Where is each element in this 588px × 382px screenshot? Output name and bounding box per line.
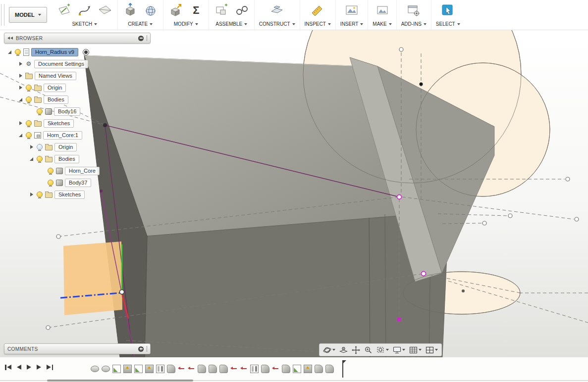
toolbar-grip[interactable] bbox=[1, 4, 4, 26]
add-comment-icon[interactable] bbox=[138, 346, 144, 352]
timeline-position-marker[interactable] bbox=[342, 360, 343, 378]
timeline-scroll-thumb[interactable] bbox=[47, 380, 193, 382]
look-at-tool[interactable] bbox=[339, 346, 348, 354]
bulb-icon[interactable] bbox=[37, 144, 43, 150]
disc-feature-icon[interactable] bbox=[102, 366, 110, 372]
extrude-feature-icon[interactable] bbox=[304, 365, 312, 373]
bulb-icon[interactable] bbox=[26, 96, 32, 102]
sketch-feature-icon[interactable] bbox=[293, 365, 301, 373]
select-menu[interactable]: SELECT bbox=[436, 20, 460, 30]
loft-feature-icon[interactable] bbox=[209, 365, 217, 373]
bulb-icon[interactable] bbox=[37, 191, 43, 197]
insert-menu[interactable]: INSERT bbox=[340, 20, 364, 30]
step-back-button[interactable] bbox=[17, 364, 21, 371]
tree-item-label[interactable]: Origin bbox=[44, 84, 66, 92]
select-button[interactable] bbox=[440, 2, 456, 18]
mirror-feature-icon[interactable] bbox=[250, 365, 259, 373]
loft-feature-icon[interactable] bbox=[198, 365, 206, 373]
tree-item-label[interactable]: Horn_Core:1 bbox=[43, 131, 82, 140]
tree-item-label[interactable]: Sketches bbox=[44, 119, 74, 128]
loft-feature-icon[interactable] bbox=[282, 365, 290, 373]
loft-feature-icon[interactable] bbox=[219, 365, 228, 373]
parameters-button[interactable]: Σ bbox=[188, 2, 204, 18]
joint-button[interactable] bbox=[234, 2, 250, 18]
sketch-plane-button[interactable] bbox=[97, 2, 113, 18]
expander-icon[interactable] bbox=[29, 156, 35, 162]
collapse-panel-icon[interactable] bbox=[7, 37, 13, 40]
zoom-tool[interactable] bbox=[364, 346, 373, 354]
expander-icon[interactable] bbox=[7, 49, 13, 55]
tree-item-label[interactable]: Named Views bbox=[35, 72, 76, 80]
make-button[interactable] bbox=[374, 2, 390, 18]
sketch-feature-icon[interactable] bbox=[134, 365, 143, 373]
revolve-button[interactable] bbox=[143, 2, 159, 18]
viewports-tool[interactable] bbox=[426, 346, 438, 354]
move-feature-icon[interactable] bbox=[230, 365, 238, 372]
sketch-feature-icon[interactable] bbox=[112, 365, 121, 373]
disc-feature-icon[interactable] bbox=[91, 366, 99, 372]
step-forward-button[interactable] bbox=[37, 364, 41, 371]
expander-icon[interactable] bbox=[18, 120, 24, 127]
construct-menu[interactable]: CONSTRUCT bbox=[259, 20, 295, 30]
mirror-feature-icon[interactable] bbox=[156, 365, 164, 373]
tree-item-label[interactable]: Body16 bbox=[54, 107, 80, 116]
loft-feature-icon[interactable] bbox=[315, 365, 323, 373]
tree-item-named-views[interactable]: Named Views bbox=[4, 70, 151, 82]
bulb-icon[interactable] bbox=[26, 132, 32, 138]
go-to-end-button[interactable] bbox=[47, 364, 53, 371]
make-menu[interactable]: MAKE bbox=[373, 20, 391, 30]
activate-radio-icon[interactable] bbox=[83, 49, 89, 55]
move-feature-icon[interactable] bbox=[240, 365, 248, 372]
expander-icon[interactable] bbox=[18, 73, 24, 79]
play-button[interactable] bbox=[27, 364, 31, 371]
tree-item-bodies[interactable]: Bodies bbox=[4, 94, 151, 105]
bulb-icon[interactable] bbox=[48, 168, 53, 174]
insert-button[interactable] bbox=[344, 2, 360, 18]
comments-header[interactable]: COMMENTS bbox=[4, 343, 151, 354]
bulb-icon[interactable] bbox=[48, 180, 53, 186]
expander-icon[interactable] bbox=[18, 96, 24, 103]
panel-resize-grip[interactable] bbox=[147, 35, 147, 41]
create-menu[interactable]: CREATE bbox=[128, 20, 153, 30]
tree-item-body37[interactable]: Body37 bbox=[4, 177, 151, 189]
bulb-icon[interactable] bbox=[26, 120, 32, 126]
extrude-feature-icon[interactable] bbox=[123, 365, 132, 373]
tree-item-label[interactable]: Horn_Radius v9 bbox=[31, 48, 78, 56]
addins-button[interactable] bbox=[406, 2, 422, 18]
bulb-icon[interactable] bbox=[15, 49, 21, 55]
extrude-feature-icon[interactable] bbox=[145, 365, 154, 373]
bulb-icon[interactable] bbox=[37, 108, 43, 114]
expander-icon[interactable] bbox=[18, 85, 24, 91]
tree-item-origin[interactable]: Origin bbox=[4, 141, 151, 153]
tree-item-origin[interactable]: Origin bbox=[4, 82, 151, 94]
expander-icon[interactable] bbox=[18, 61, 24, 67]
tree-item-label[interactable]: Bodies bbox=[54, 155, 79, 163]
expander-icon[interactable] bbox=[18, 132, 24, 139]
loft-feature-icon[interactable] bbox=[325, 365, 334, 373]
tree-item-sketches[interactable]: Sketches bbox=[4, 189, 151, 200]
loft-feature-icon[interactable] bbox=[261, 365, 269, 373]
measure-button[interactable] bbox=[310, 2, 325, 18]
extrude-button[interactable] bbox=[122, 2, 138, 18]
tree-item-label[interactable]: Bodies bbox=[44, 96, 68, 104]
tree-item-label[interactable]: Body37 bbox=[65, 179, 91, 187]
construction-plane-button[interactable] bbox=[269, 2, 285, 18]
tree-item-document-settings[interactable]: ⚙Document Settings bbox=[4, 58, 151, 70]
sketch-menu[interactable]: SKETCH bbox=[72, 20, 97, 30]
tree-item-horn-radius-v9[interactable]: Horn_Radius v9 bbox=[4, 46, 151, 58]
expander-icon[interactable] bbox=[29, 191, 35, 198]
workspace-selector[interactable]: MODEL bbox=[9, 7, 47, 23]
zoom-window-tool[interactable] bbox=[376, 346, 389, 354]
tree-item-label[interactable]: Sketches bbox=[54, 191, 85, 199]
orbit-tool[interactable] bbox=[323, 346, 335, 354]
go-to-start-button[interactable] bbox=[5, 364, 11, 371]
tree-item-bodies[interactable]: Bodies bbox=[4, 153, 151, 165]
move-feature-icon[interactable] bbox=[178, 365, 185, 372]
spline-button[interactable] bbox=[77, 2, 93, 18]
inspect-menu[interactable]: INSPECT bbox=[305, 20, 331, 30]
bulb-icon[interactable] bbox=[26, 85, 32, 91]
assemble-menu[interactable]: ASSEMBLE bbox=[215, 20, 247, 30]
press-pull-button[interactable] bbox=[168, 2, 184, 18]
new-component-button[interactable] bbox=[214, 2, 229, 18]
tree-item-sketches[interactable]: Sketches bbox=[4, 117, 151, 129]
